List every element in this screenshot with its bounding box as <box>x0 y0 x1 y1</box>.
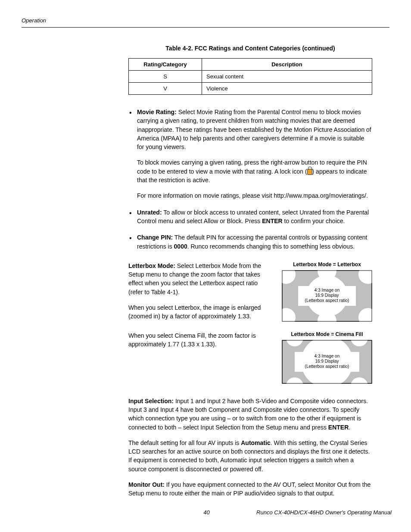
bullet-list: Movie Rating: Select Movie Rating from t… <box>128 108 372 251</box>
letterbox-figure-2: Letterbox Mode = Cinema Fill 4:3 Image o… <box>282 331 372 384</box>
text: For more information on movie ratings, p… <box>137 192 368 199</box>
svg-text:(Letterbox aspect ratio): (Letterbox aspect ratio) <box>305 364 349 369</box>
label: Letterbox Mode: <box>128 262 175 269</box>
text: When you select Cinema Fill, the zoom fa… <box>128 331 273 349</box>
input-selection-para: Input Selection: Input 1 and Input 2 hav… <box>128 397 372 432</box>
header-rule <box>22 27 389 28</box>
letterbox-figure-1: Letterbox Mode = Letterbox 4:3 Image on … <box>282 261 372 322</box>
page-number: 40 <box>203 509 209 516</box>
automatic-label: Automatic <box>241 439 270 446</box>
svg-text:16:9 Display: 16:9 Display <box>315 359 339 364</box>
letterbox-text: When you select Cinema Fill, the zoom fa… <box>128 331 273 356</box>
input-selection-para2: The default setting for all four AV inpu… <box>128 439 372 473</box>
bullet-change-pin: Change PIN: The default PIN for accessin… <box>128 233 372 251</box>
th-rating: Rating/Category <box>129 59 202 71</box>
label: Movie Rating: <box>137 109 177 115</box>
enter-key: ENTER <box>262 218 282 224</box>
label: Input Selection: <box>128 398 174 404</box>
text: The default setting for all four AV inpu… <box>128 439 241 446</box>
table-row: V Violence <box>129 83 372 95</box>
letterbox-text: Letterbox Mode: Select Letterbox Mode fr… <box>128 261 273 328</box>
cell-rating: S <box>129 71 202 83</box>
label: Change PIN: <box>137 234 173 241</box>
cell-rating: V <box>129 83 202 95</box>
enter-key: ENTER <box>328 424 349 431</box>
text: . Runco recommends changing this to some… <box>187 243 355 250</box>
lock-icon <box>307 169 312 175</box>
header-section: Operation <box>22 17 389 24</box>
letterbox-row-2: When you select Cinema Fill, the zoom fa… <box>128 331 372 384</box>
footer-title: Runco CX-40HD/CX-46HD Owner's Operating … <box>256 509 392 516</box>
table-header-row: Rating/Category Description <box>129 59 372 71</box>
bullet-unrated: Unrated: To allow or block access to unr… <box>128 208 372 226</box>
monitor-out-para: Monitor Out: If you have equipment conne… <box>128 480 372 498</box>
footer: 40 Runco CX-40HD/CX-46HD Owner's Operati… <box>22 509 392 516</box>
figure-title: Letterbox Mode = Letterbox <box>282 261 372 268</box>
letterbox-diagram-icon: 4:3 Image on 16:9 Display (Letterbox asp… <box>282 270 372 322</box>
svg-text:(Letterbox aspect ratio): (Letterbox aspect ratio) <box>305 298 349 303</box>
label: Monitor Out: <box>128 481 165 488</box>
main-content: Table 4-2. FCC Ratings and Content Categ… <box>128 45 372 498</box>
cinema-fill-diagram-icon: 4:3 Image on 16:9 Display (Letterbox asp… <box>282 340 372 384</box>
bullet-movie-rating: Movie Rating: Select Movie Rating from t… <box>128 108 372 200</box>
text: When you select Letterbox, the image is … <box>128 303 273 321</box>
th-description: Description <box>202 59 372 71</box>
svg-text:4:3 Image on: 4:3 Image on <box>314 288 339 292</box>
letterbox-row-1: Letterbox Mode: Select Letterbox Mode fr… <box>128 261 372 328</box>
label: Unrated: <box>137 209 162 216</box>
table-row: S Sexual content <box>129 71 372 83</box>
text: . <box>349 424 350 431</box>
svg-text:4:3 Image on: 4:3 Image on <box>314 354 339 358</box>
pin-value: 0000 <box>174 243 187 250</box>
text: to confirm your choice. <box>283 218 345 224</box>
cell-desc: Violence <box>202 83 372 95</box>
table-caption: Table 4-2. FCC Ratings and Content Categ… <box>128 45 372 52</box>
ratings-table: Rating/Category Description S Sexual con… <box>128 58 372 95</box>
svg-text:16:9 Display: 16:9 Display <box>315 293 339 298</box>
text: If you have equipment connected to the A… <box>128 481 371 497</box>
cell-desc: Sexual content <box>202 71 372 83</box>
figure-title: Letterbox Mode = Cinema Fill <box>282 331 372 337</box>
